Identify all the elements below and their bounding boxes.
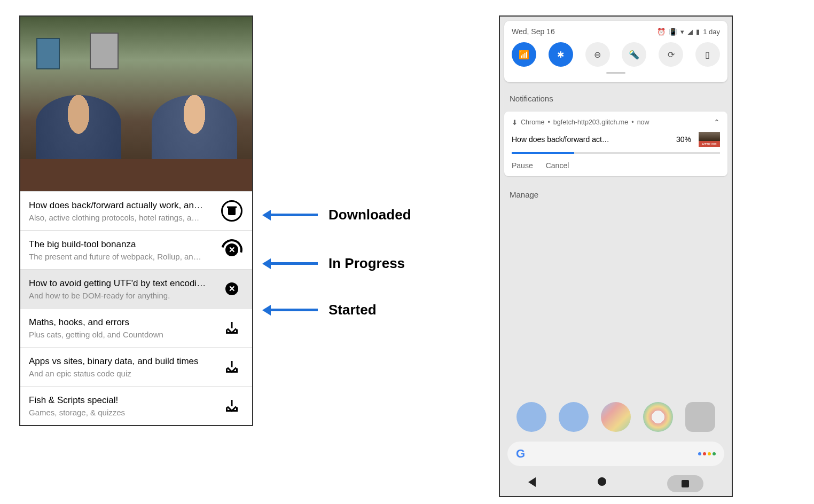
flashlight-icon: 🔦 (629, 50, 639, 60)
arrow-icon (264, 309, 318, 311)
qs-toggle-dnd[interactable]: ⊖ (585, 42, 610, 67)
phone-app-icon[interactable] (516, 402, 546, 432)
list-item[interactable]: Maths, hooks, and errorsPlus cats, getti… (20, 308, 252, 347)
list-item-title: How to avoid getting UTF'd by text encod… (29, 278, 215, 289)
download-icon (226, 400, 238, 412)
notification-percent: 30% (676, 135, 691, 144)
list-item[interactable]: The big build-tool bonanzaThe present an… (20, 230, 252, 269)
table-illustration (20, 159, 252, 191)
list-item-title: The big build-tool bonanza (29, 239, 215, 250)
cancel-button[interactable]: Cancel (546, 161, 569, 170)
list-item-subtitle: Games, storage, & quizzes (29, 408, 215, 417)
download-icon (226, 361, 238, 373)
progress-bar (512, 152, 720, 154)
google-logo-icon: G (516, 447, 525, 461)
phone-screenshot: Wed, Sep 16 ⏰ 📳 ▾ ◢ ▮ 1 day 📶✱⊖🔦⟳▯ Notif… (499, 15, 733, 497)
cancel-download-button[interactable]: ✕ (220, 277, 244, 301)
notification-card[interactable]: ⬇ Chrome • bgfetch-http203.glitch.me • n… (504, 112, 727, 176)
battery-icon: ▮ (696, 28, 700, 36)
qs-toggle-rotate[interactable]: ⟳ (659, 42, 683, 67)
qs-toggle-battery-saver[interactable]: ▯ (695, 42, 720, 67)
play-store-icon[interactable] (601, 402, 631, 432)
list-item[interactable]: Fish & Scripts special!Games, storage, &… (20, 386, 252, 425)
cancel-download-button[interactable]: ✕ (220, 238, 244, 262)
progress-fill (512, 152, 574, 154)
download-icon (226, 322, 238, 334)
chrome-app-icon[interactable] (643, 402, 673, 432)
annotation-downloaded: Downloaded (264, 207, 411, 223)
list-item-subtitle: The present and future of webpack, Rollu… (29, 252, 215, 261)
dnd-icon: ⊖ (594, 50, 601, 60)
nav-bar (500, 471, 732, 496)
arrow-icon (264, 262, 318, 265)
annotation-label: Downloaded (328, 207, 411, 223)
download-button[interactable] (220, 316, 244, 340)
annotation-started: Started (264, 302, 377, 318)
notification-source: bgfetch-http203.glitch.me (553, 119, 628, 126)
download-button[interactable] (220, 394, 244, 418)
notification-time: now (637, 119, 649, 126)
qs-toggle-bluetooth[interactable]: ✱ (549, 42, 573, 67)
manage-button[interactable]: Manage (500, 179, 732, 210)
qs-toggle-wifi[interactable]: 📶 (512, 42, 536, 67)
camera-app-icon[interactable] (685, 402, 715, 432)
assistant-icon[interactable] (698, 452, 716, 455)
nav-home-button[interactable] (667, 475, 703, 492)
list-item-title: Maths, hooks, and errors (29, 317, 215, 328)
hero-image (20, 17, 252, 191)
trash-icon (221, 200, 242, 222)
wifi-icon: ▾ (680, 28, 684, 36)
nav-back-button[interactable] (528, 477, 541, 490)
home-row (500, 402, 732, 432)
download-icon: ⬇ (512, 119, 518, 127)
status-date: Wed, Sep 16 (512, 27, 555, 36)
notification-header: ⬇ Chrome • bgfetch-http203.glitch.me • n… (512, 118, 720, 127)
download-button[interactable] (220, 355, 244, 379)
list-item-subtitle: And an epic status code quiz (29, 369, 215, 378)
chevron-up-icon[interactable]: ⌃ (714, 118, 720, 127)
list-item[interactable]: Apps vs sites, binary data, and build ti… (20, 347, 252, 386)
list-item-title: Fish & Scripts special! (29, 395, 215, 406)
search-bar[interactable]: G (507, 442, 724, 466)
arrow-icon (264, 214, 318, 216)
list-item[interactable]: How to avoid getting UTF'd by text encod… (20, 269, 252, 308)
list-item-title: How does back/forward actually work, an… (29, 200, 215, 211)
nav-overview-button[interactable] (598, 477, 610, 490)
list-item-subtitle: Also, active clothing protocols, hotel r… (29, 213, 215, 222)
notification-title: How does back/forward act… (512, 135, 671, 144)
list-item[interactable]: How does back/forward actually work, an…… (20, 191, 252, 230)
drag-handle[interactable] (606, 72, 625, 74)
status-icons: ⏰ 📳 ▾ ◢ ▮ 1 day (657, 28, 720, 36)
rotate-icon: ⟳ (668, 50, 675, 60)
alarm-icon: ⏰ (657, 28, 666, 36)
quick-settings-card: Wed, Sep 16 ⏰ 📳 ▾ ◢ ▮ 1 day 📶✱⊖🔦⟳▯ (504, 21, 727, 82)
notification-app: Chrome (521, 119, 544, 126)
list-item-subtitle: And how to be DOM-ready for anything. (29, 291, 215, 300)
qs-toggle-flashlight[interactable]: 🔦 (622, 42, 646, 67)
progress-spinner-icon: ✕ (221, 239, 242, 261)
close-circle-icon: ✕ (225, 282, 238, 295)
annotation-in-progress: In Progress (264, 255, 405, 272)
pause-button[interactable]: Pause (512, 161, 533, 170)
bluetooth-icon: ✱ (557, 50, 564, 60)
wifi-icon: 📶 (519, 50, 529, 60)
notification-thumbnail (699, 132, 720, 147)
annotation-label: Started (328, 302, 377, 318)
app-panel: How does back/forward actually work, an…… (19, 15, 253, 426)
signal-icon: ◢ (687, 28, 693, 36)
battery-text: 1 day (703, 28, 720, 36)
notifications-heading: Notifications (500, 86, 732, 108)
delete-download-button[interactable] (220, 199, 244, 223)
list-item-subtitle: Plus cats, getting old, and Countdown (29, 330, 215, 339)
vibrate-icon: 📳 (669, 28, 677, 36)
list-item-title: Apps vs sites, binary data, and build ti… (29, 356, 215, 367)
battery-saver-icon: ▯ (705, 50, 710, 60)
annotation-label: In Progress (328, 255, 405, 272)
messages-app-icon[interactable] (559, 402, 589, 432)
